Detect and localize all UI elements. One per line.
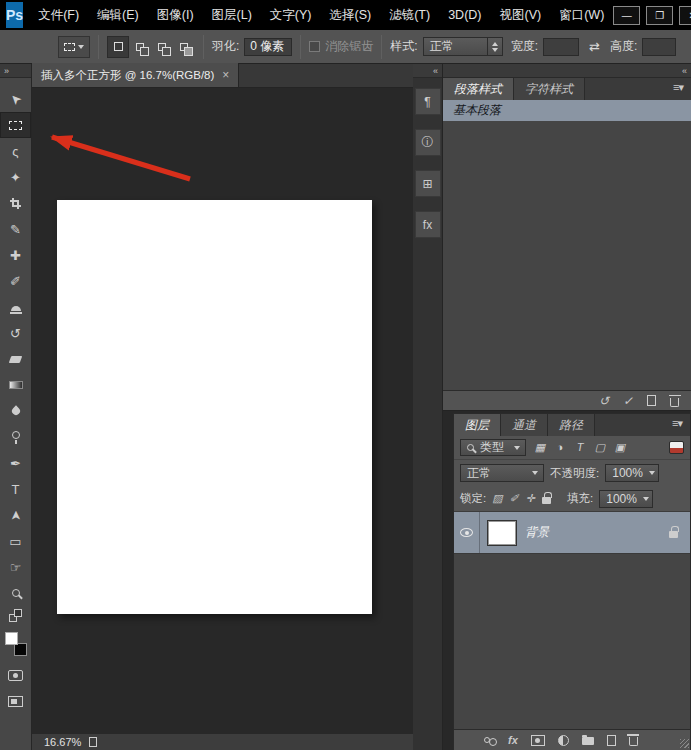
opacity-select[interactable]: 100% [605, 464, 659, 482]
screen-mode-button[interactable] [0, 688, 31, 714]
menubar-item[interactable]: 窗口(W) [550, 0, 613, 30]
lock-all-icon[interactable] [542, 493, 551, 504]
rectangular-marquee-tool[interactable] [0, 112, 31, 138]
filter-kind-select[interactable]: 类型 [460, 439, 526, 456]
document-tab[interactable]: 插入多个正方形 @ 16.7%(RGB/8) × [32, 63, 239, 87]
dodge-tool[interactable] [0, 424, 31, 450]
link-layers-icon[interactable] [484, 737, 495, 743]
brush-tool[interactable]: ✐ [0, 268, 31, 294]
path-selection-tool[interactable]: ➤ [0, 502, 31, 528]
crop-tool[interactable] [0, 190, 31, 216]
panel-tab[interactable]: 图层 [454, 414, 501, 436]
pen-tool[interactable]: ✒ [0, 450, 31, 476]
reset-style-icon[interactable]: ↺ [599, 395, 609, 407]
paragraph-style-row[interactable]: 基本段落 [443, 100, 691, 121]
panel-tab[interactable]: 路径 [548, 414, 595, 436]
delete-layer-icon[interactable] [629, 734, 638, 746]
swap-colors-icon[interactable] [0, 606, 31, 624]
styles-panel-icon[interactable]: fx [415, 211, 441, 238]
hand-tool[interactable]: ☞ [0, 554, 31, 580]
new-adjustment-layer-icon[interactable] [558, 735, 569, 746]
filter-pixel-layers-icon[interactable]: ▦ [532, 440, 548, 456]
new-group-icon[interactable] [582, 735, 594, 745]
new-selection-button[interactable] [107, 36, 129, 58]
tool-preset-picker[interactable] [58, 36, 90, 58]
fill-select[interactable]: 100% [599, 490, 653, 508]
menubar-item[interactable]: 3D(D) [439, 0, 490, 30]
new-style-icon[interactable] [647, 395, 656, 406]
panel-tab[interactable]: 通道 [501, 414, 548, 436]
menubar-item[interactable]: 编辑(E) [88, 0, 148, 30]
zoom-level[interactable]: 16.67% [44, 736, 81, 748]
quick-selection-tool[interactable]: ✦ [0, 164, 31, 190]
document-info-icon[interactable] [89, 737, 97, 747]
lock-pixels-icon[interactable]: ✐ [510, 493, 519, 504]
close-document-icon[interactable]: × [222, 68, 229, 82]
filter-shape-layers-icon[interactable]: ▢ [592, 440, 608, 456]
foreground-color-swatch[interactable] [5, 632, 18, 645]
layers-panel-footer: fx [454, 729, 690, 750]
minimize-button[interactable]: — [613, 6, 640, 25]
paragraph-panel-icon[interactable]: ¶ [415, 88, 441, 115]
panel-menu-icon[interactable]: ≡▾ [665, 81, 691, 94]
menubar-item[interactable]: 图像(I) [148, 0, 203, 30]
menubar-item[interactable]: 文件(F) [29, 0, 88, 30]
apply-style-icon[interactable]: ✓ [623, 395, 633, 407]
type-tool[interactable]: T [0, 476, 31, 502]
history-brush-tool[interactable]: ↺ [0, 320, 31, 346]
blur-tool[interactable] [0, 398, 31, 424]
spot-healing-brush-tool[interactable]: ✚ [0, 242, 31, 268]
clone-stamp-tool[interactable] [0, 294, 31, 320]
filter-adjustment-layers-icon[interactable]: ◑ [552, 440, 568, 456]
canvas[interactable] [32, 88, 413, 733]
resize-grip[interactable] [680, 739, 689, 748]
info-panel-icon[interactable]: ⓘ [415, 129, 441, 156]
blend-mode-select[interactable]: 正常 [460, 464, 544, 482]
intersect-selection-button[interactable] [173, 36, 195, 58]
style-select[interactable]: 正常 [423, 37, 503, 56]
zoom-tool[interactable] [0, 580, 31, 606]
layer-thumbnail[interactable] [488, 521, 516, 545]
layer-row-background[interactable]: 背景 [454, 512, 690, 554]
maximize-button[interactable]: ❐ [646, 6, 673, 25]
lasso-tool[interactable]: ς [0, 138, 31, 164]
menubar-item[interactable]: 文字(Y) [261, 0, 321, 30]
foreground-background-colors[interactable] [5, 632, 27, 656]
layer-filter-toggle[interactable] [669, 441, 684, 454]
add-layer-mask-icon[interactable] [531, 735, 545, 746]
delete-style-icon[interactable] [670, 395, 679, 407]
filter-type-layers-icon[interactable]: T [572, 440, 588, 456]
add-selection-button[interactable] [129, 36, 151, 58]
panel-tab[interactable]: 段落样式 [443, 78, 514, 100]
panel-menu-icon[interactable]: ≡▾ [664, 417, 690, 430]
lock-position-icon[interactable]: ✛ [526, 493, 535, 504]
width-input[interactable] [543, 38, 579, 56]
dock-header[interactable]: « [413, 64, 442, 78]
eraser-tool[interactable] [0, 346, 31, 372]
rectangle-tool[interactable]: ▭ [0, 528, 31, 554]
layer-visibility-toggle[interactable] [454, 512, 480, 553]
close-button[interactable]: ✕ [679, 6, 691, 25]
new-layer-icon[interactable] [607, 735, 616, 746]
move-tool[interactable]: ➤ [0, 86, 31, 112]
panel-tab[interactable]: 字符样式 [514, 78, 585, 100]
gradient-tool[interactable] [0, 372, 31, 398]
layer-style-icon[interactable]: fx [508, 735, 518, 746]
feather-input[interactable]: 0 像素 [244, 38, 292, 56]
menubar-item[interactable]: 选择(S) [321, 0, 381, 30]
lock-transparency-icon[interactable]: ▨ [492, 493, 502, 504]
filter-smart-objects-icon[interactable]: ▣ [612, 440, 628, 456]
swatches-panel-icon[interactable]: ⊞ [415, 170, 441, 197]
menubar-item[interactable]: 滤镜(T) [380, 0, 439, 30]
dock-header[interactable]: « [443, 64, 691, 78]
document-page[interactable] [57, 200, 372, 614]
antialias-checkbox[interactable] [309, 41, 320, 52]
tools-panel-header[interactable]: » [0, 64, 31, 78]
eyedropper-tool[interactable]: ✎ [0, 216, 31, 242]
subtract-selection-button[interactable] [151, 36, 173, 58]
swap-width-height-icon[interactable]: ⇄ [587, 39, 602, 54]
height-input[interactable] [642, 38, 676, 56]
menubar-item[interactable]: 视图(V) [491, 0, 551, 30]
quick-mask-button[interactable] [0, 662, 31, 688]
menubar-item[interactable]: 图层(L) [203, 0, 261, 30]
